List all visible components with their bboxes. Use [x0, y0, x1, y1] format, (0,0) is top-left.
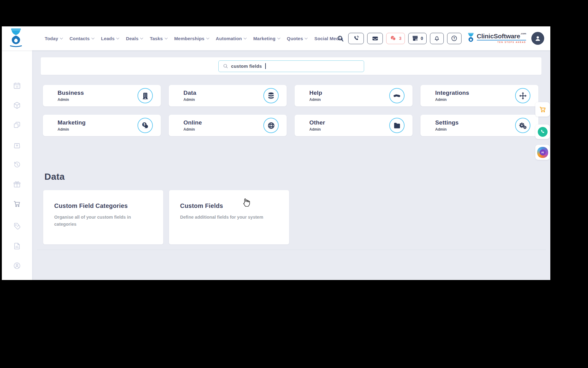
card-description: Organise all of your custom fields in ca… [54, 214, 153, 228]
nav-memberships-label: Memberships [174, 36, 205, 41]
category-title: Help [309, 90, 389, 96]
search-value: custom fields [231, 63, 262, 69]
floating-whatsapp-button[interactable] [535, 125, 550, 139]
folder-icon [389, 118, 405, 133]
main-content: custom fields Business Admin [32, 50, 550, 280]
category-card-business[interactable]: Business Admin [43, 85, 161, 106]
copy-pages-icon[interactable] [13, 121, 21, 129]
screen: Today Contacts Leads Deals Tasks Members… [0, 0, 588, 368]
nav-automation[interactable]: Automation [216, 36, 246, 41]
nav-memberships[interactable]: Memberships [174, 36, 209, 41]
nav-leads[interactable]: Leads [101, 36, 119, 41]
nav-marketing[interactable]: Marketing [253, 36, 280, 41]
bell-icon [434, 35, 440, 42]
nav-leads-label: Leads [101, 36, 115, 41]
search-icon [223, 63, 228, 69]
building-icon [138, 88, 153, 103]
chevron-down-icon [116, 36, 119, 39]
ai-assistant-icon: AI [537, 147, 548, 158]
floating-cart-button[interactable] [535, 102, 550, 117]
search-icon[interactable] [336, 33, 345, 44]
nav-automation-label: Automation [216, 36, 242, 41]
svg-text:?: ? [453, 37, 455, 40]
text-caret [265, 63, 266, 69]
brand-tagline: TEN STEPS AHEAD [477, 41, 526, 43]
history-icon[interactable] [13, 160, 21, 169]
gift-icon[interactable] [13, 180, 21, 188]
category-subtitle: Admin [435, 98, 515, 102]
package-icon[interactable] [13, 101, 21, 109]
chat-count-badge: 3 [399, 36, 401, 41]
app-window: Today Contacts Leads Deals Tasks Members… [2, 26, 550, 280]
category-title: Integrations [435, 90, 515, 96]
user-avatar[interactable] [531, 32, 544, 45]
phone-icon [353, 35, 359, 42]
category-card-marketing[interactable]: Marketing Admin $ [43, 115, 161, 136]
ai-label: AI [540, 149, 546, 155]
main-nav: Today Contacts Leads Deals Tasks Members… [45, 26, 343, 50]
help-button[interactable]: ? [447, 33, 462, 44]
globe-icon [263, 118, 279, 133]
brand-tld: .com [520, 32, 526, 35]
nav-tasks-label: Tasks [150, 36, 163, 41]
floating-ai-button[interactable]: AI [535, 145, 550, 160]
card-title: Custom Fields [180, 202, 279, 209]
topbar-actions: 3 0 [336, 26, 544, 50]
brand-name: ClinicSoftware [477, 33, 520, 40]
topbar: Today Contacts Leads Deals Tasks Members… [2, 26, 550, 50]
section-heading: Data [44, 171, 65, 182]
calendar-icon[interactable]: 12 [13, 82, 21, 90]
bag-receive-icon[interactable] [13, 141, 21, 149]
store-button[interactable]: 0 [408, 33, 427, 44]
brand-underline [477, 40, 526, 40]
chevron-down-icon [243, 36, 247, 39]
phone-calls-button[interactable] [348, 33, 364, 44]
category-title: Business [58, 90, 138, 96]
custom-field-categories-card[interactable]: Custom Field Categories Organise all of … [43, 190, 163, 244]
money-chat-icon: $ [138, 118, 153, 133]
category-subtitle: Admin [58, 98, 138, 102]
account-circle-icon[interactable] [13, 262, 21, 270]
category-subtitle: Admin [58, 127, 138, 132]
sidebar: 12 [2, 50, 32, 280]
nav-contacts[interactable]: Contacts [70, 36, 94, 41]
cart-icon [539, 105, 547, 113]
category-card-integrations[interactable]: Integrations Admin [420, 85, 538, 106]
svg-text:$: $ [143, 123, 145, 126]
store-count-badge: 0 [421, 36, 423, 41]
app-logo-hourglass-icon[interactable] [9, 28, 23, 49]
notifications-button[interactable] [430, 33, 444, 44]
cart-icon[interactable] [13, 200, 21, 208]
nav-tasks[interactable]: Tasks [150, 36, 167, 41]
nav-quotes-label: Quotes [287, 36, 303, 41]
custom-fields-card[interactable]: Custom Fields Define additional fields f… [169, 190, 289, 244]
category-card-help[interactable]: Help Admin [295, 85, 413, 106]
chevron-down-icon [60, 36, 63, 39]
inbox-button[interactable] [367, 33, 383, 44]
category-card-other[interactable]: Other Admin [295, 115, 413, 136]
category-subtitle: Admin [183, 127, 263, 132]
gears-icon [515, 118, 530, 133]
card-title: Custom Field Categories [54, 202, 153, 209]
category-card-settings[interactable]: Settings Admin [420, 115, 538, 136]
chat-messages-button[interactable]: 3 [386, 33, 405, 44]
chat-bubbles-icon [390, 35, 397, 42]
section-divider [37, 250, 546, 250]
category-card-online[interactable]: Online Admin [169, 115, 287, 136]
report-document-icon[interactable] [13, 242, 21, 250]
chevron-down-icon [164, 36, 168, 39]
nav-deals[interactable]: Deals [126, 36, 143, 41]
svg-text:12: 12 [16, 85, 18, 88]
chevron-down-icon [206, 36, 209, 39]
tag-edit-icon[interactable] [13, 222, 21, 230]
nav-today[interactable]: Today [45, 36, 62, 41]
brand-logo[interactable]: ClinicSoftware .com TEN STEPS AHEAD [467, 33, 526, 44]
question-mark-icon: ? [451, 35, 458, 42]
module-search-input[interactable]: custom fields [218, 60, 364, 72]
nav-today-label: Today [45, 36, 58, 41]
category-title: Online [183, 119, 263, 126]
category-subtitle: Admin [183, 98, 263, 102]
nav-quotes[interactable]: Quotes [287, 36, 307, 41]
card-description: Define additional fields for your system [180, 214, 279, 221]
category-card-data[interactable]: Data Admin [169, 85, 287, 106]
